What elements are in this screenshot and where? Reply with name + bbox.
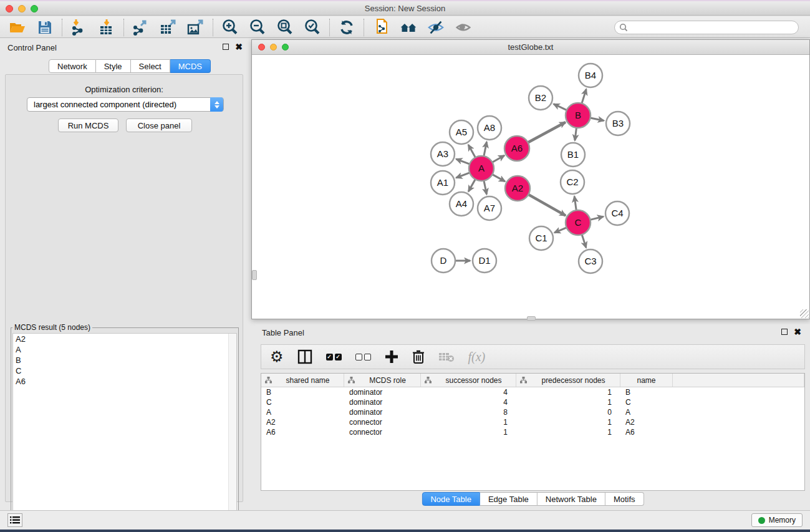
graph-edge-B-B1[interactable]: [575, 128, 577, 140]
network-graph-canvas[interactable]: AA1A2A3A4A5A6A7A8BB1B2B3B4CC1C2C3C4DD1: [253, 56, 809, 319]
task-history-list-icon[interactable]: [7, 513, 22, 527]
table-row[interactable]: Adominator80A: [261, 407, 804, 417]
graph-edge-A-A8[interactable]: [484, 142, 487, 157]
graph-node-B4[interactable]: B4: [579, 64, 602, 87]
hide-details-icon[interactable]: [427, 19, 445, 36]
open-session-icon[interactable]: [9, 19, 26, 36]
delete-table-icon[interactable]: [438, 351, 455, 362]
column-header-MCDS-role[interactable]: MCDS role: [344, 374, 421, 387]
column-header-successor-nodes[interactable]: successor nodes: [421, 374, 516, 387]
mcds-result-item[interactable]: A2: [13, 334, 236, 344]
import-network-icon[interactable]: [70, 19, 88, 36]
zoom-out-icon[interactable]: [249, 19, 266, 36]
graph-node-A1[interactable]: A1: [431, 171, 455, 195]
mcds-result-item[interactable]: A6: [13, 376, 236, 387]
graph-node-D[interactable]: D: [432, 249, 455, 273]
graph-edge-A2-C[interactable]: [528, 195, 566, 216]
home-views-icon[interactable]: [400, 19, 417, 36]
graph-node-A7[interactable]: A7: [478, 196, 501, 220]
graph-edge-A-A2[interactable]: [493, 175, 505, 181]
float-panel-icon[interactable]: [223, 44, 229, 50]
graph-node-B3[interactable]: B3: [606, 112, 630, 135]
table-options-gear-icon[interactable]: ⚙: [270, 349, 284, 364]
float-panel-icon[interactable]: [781, 329, 788, 335]
graph-node-A[interactable]: A: [469, 156, 494, 181]
graph-node-A5[interactable]: A5: [450, 120, 473, 144]
graph-node-A8[interactable]: A8: [478, 116, 501, 140]
show-column-panel-icon[interactable]: [297, 349, 312, 364]
panel-divider-handle[interactable]: [527, 316, 536, 321]
tab-edge-table[interactable]: Edge Table: [480, 492, 538, 506]
table-row[interactable]: Cdominator41C: [261, 397, 804, 407]
run-mcds-button[interactable]: Run MCDS: [58, 118, 118, 132]
tab-style[interactable]: Style: [96, 59, 131, 73]
graph-node-A4[interactable]: A4: [450, 192, 473, 216]
mcds-result-item[interactable]: B: [13, 355, 236, 365]
graph-edge-B-B2[interactable]: [554, 104, 567, 110]
search-input[interactable]: [614, 21, 799, 34]
zoom-fit-icon[interactable]: [276, 19, 294, 36]
tab-motifs[interactable]: Motifs: [605, 492, 644, 506]
save-session-icon[interactable]: [36, 19, 54, 36]
clone-network-icon[interactable]: [372, 19, 390, 36]
export-table-icon[interactable]: [160, 19, 177, 36]
graph-node-D1[interactable]: D1: [473, 249, 496, 273]
graph-node-C3[interactable]: C3: [579, 249, 602, 273]
graph-edge-C-C2[interactable]: [574, 196, 576, 210]
refresh-view-icon[interactable]: [338, 19, 355, 36]
close-panel-icon[interactable]: ✖: [794, 329, 801, 335]
tab-mcds[interactable]: MCDS: [170, 59, 211, 73]
graph-node-C4[interactable]: C4: [605, 201, 629, 225]
tab-network-table[interactable]: Network Table: [538, 492, 605, 506]
add-column-icon[interactable]: [385, 350, 398, 364]
export-network-icon[interactable]: [132, 19, 150, 36]
graph-edge-A6-B[interactable]: [528, 122, 566, 143]
select-all-columns-icon[interactable]: ✓✓: [326, 354, 342, 360]
graph-edge-C-C3[interactable]: [582, 235, 586, 248]
mcds-result-item[interactable]: C: [13, 365, 236, 376]
graph-node-C[interactable]: C: [566, 210, 591, 235]
panel-divider-handle[interactable]: [252, 270, 257, 280]
graph-node-A3[interactable]: A3: [431, 142, 455, 166]
graph-edge-A-A7[interactable]: [484, 181, 486, 195]
tab-node-table[interactable]: Node Table: [422, 492, 480, 506]
zoom-in-icon[interactable]: [221, 19, 239, 36]
column-header-predecessor-nodes[interactable]: predecessor nodes: [516, 374, 620, 387]
graph-edge-A-A4[interactable]: [468, 179, 475, 191]
export-image-icon[interactable]: [187, 19, 205, 36]
tab-network[interactable]: Network: [49, 59, 96, 73]
table-row[interactable]: Bdominator41B: [261, 387, 804, 397]
graph-edge-A-A3[interactable]: [456, 159, 470, 164]
result-scrollbar[interactable]: [228, 334, 236, 532]
close-panel-button[interactable]: Close panel: [126, 118, 192, 132]
graph-node-A2[interactable]: A2: [505, 176, 530, 201]
delete-column-trash-icon[interactable]: [412, 349, 425, 364]
table-row[interactable]: A2connector11A2: [261, 417, 804, 427]
deselect-all-columns-icon[interactable]: [355, 354, 371, 360]
graph-node-B[interactable]: B: [566, 103, 591, 128]
criterion-select[interactable]: largest connected component (directed): [27, 97, 224, 112]
network-window-titlebar[interactable]: testGlobe.txt: [252, 40, 809, 55]
mcds-result-list[interactable]: A2ABCA6: [12, 333, 237, 532]
mcds-result-item[interactable]: A: [13, 344, 236, 355]
zoom-selected-icon[interactable]: [304, 19, 321, 36]
show-details-icon[interactable]: [455, 19, 472, 36]
graph-node-B2[interactable]: B2: [529, 86, 552, 110]
table-row[interactable]: A6connector11A6: [261, 427, 804, 437]
graph-node-C1[interactable]: C1: [529, 226, 553, 250]
graph-edge-C-C1[interactable]: [554, 228, 566, 233]
graph-edge-A-A1[interactable]: [456, 173, 470, 178]
graph-edge-B-B4[interactable]: [582, 89, 586, 104]
column-header-name[interactable]: name: [620, 374, 673, 387]
graph-edge-C-C4[interactable]: [590, 216, 603, 220]
tab-select[interactable]: Select: [131, 59, 170, 73]
column-header-shared-name[interactable]: shared name: [261, 374, 344, 387]
graph-node-C2[interactable]: C2: [561, 170, 584, 194]
graph-edge-A-A5[interactable]: [468, 145, 475, 157]
window-resize-grip[interactable]: [800, 309, 809, 318]
import-table-icon[interactable]: [98, 19, 115, 36]
memory-button[interactable]: Memory: [751, 513, 803, 527]
graph-node-B1[interactable]: B1: [561, 143, 585, 167]
graph-edge-B-B3[interactable]: [591, 118, 604, 120]
graph-edge-A-A6[interactable]: [492, 155, 504, 162]
